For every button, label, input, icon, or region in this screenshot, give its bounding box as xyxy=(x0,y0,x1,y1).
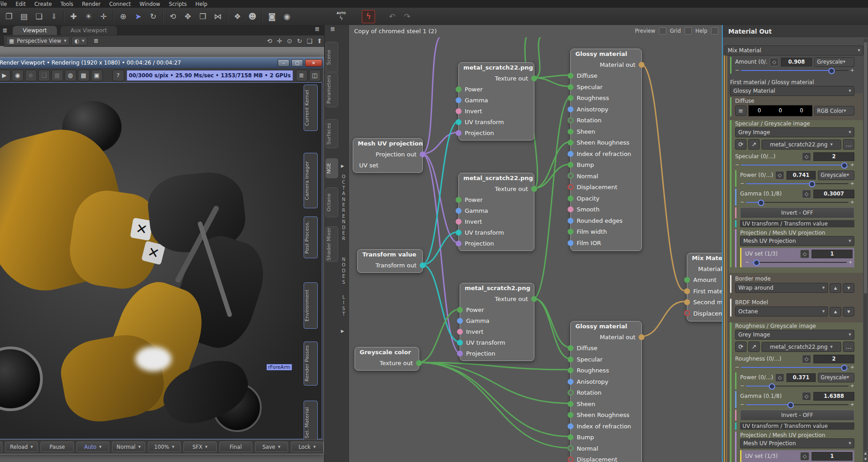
input-port[interactable] xyxy=(456,97,462,103)
subsample-icon[interactable]: ▦ xyxy=(51,70,63,81)
scroll-down-icon[interactable]: ▼ xyxy=(863,457,868,462)
viewport-menu-icon[interactable]: ≣ xyxy=(92,38,100,44)
mix-material-node[interactable]: Mix MaterialMaterial outAmountFirst mate… xyxy=(687,253,723,321)
open-image-icon[interactable]: ↗ xyxy=(748,341,760,352)
100%-button[interactable]: 100%▼ xyxy=(148,442,181,452)
gamma-value[interactable]: 1.6388 xyxy=(813,392,854,401)
output-port[interactable] xyxy=(420,151,426,157)
animate-toggle-icon[interactable]: ◇ xyxy=(800,250,809,258)
input-port[interactable] xyxy=(456,119,462,125)
view-selector[interactable]: ▦ Perspective View ▼ xyxy=(6,36,70,45)
input-port[interactable] xyxy=(568,218,574,224)
input-port[interactable] xyxy=(456,108,462,114)
texture-node-1[interactable]: metal_scratch22.pngTexture outPowerGamma… xyxy=(458,62,534,141)
input-port[interactable] xyxy=(568,357,574,362)
glossy-material-node-1[interactable]: Glossy materialMaterial outDiffuseSpecul… xyxy=(570,49,642,251)
add-camera-icon[interactable]: ✚ xyxy=(67,10,80,23)
node-type-dropdown[interactable]: Mix Material ▼ xyxy=(725,45,863,55)
texture-node-3[interactable]: metal_scratch2.pngTexture outPowerGammaI… xyxy=(460,283,534,361)
input-port[interactable] xyxy=(568,345,574,351)
color-list-icon[interactable]: ≡ xyxy=(735,105,746,116)
layout-menu-icon[interactable]: ≣ xyxy=(1,27,9,34)
normal-button[interactable]: Normal▼ xyxy=(112,442,145,452)
glossy-material-node-2[interactable]: Glossy materialMaterial outDiffuseSpecul… xyxy=(570,321,642,462)
move-tool-icon[interactable]: ✥ xyxy=(182,10,194,23)
region-render-icon[interactable]: ❑ xyxy=(38,70,50,81)
input-port[interactable] xyxy=(568,434,574,440)
minimize-button[interactable]: – xyxy=(278,59,289,67)
animate-toggle-icon[interactable]: ◇ xyxy=(802,392,811,401)
input-port[interactable] xyxy=(456,197,462,203)
specular-value[interactable]: 2 xyxy=(813,152,854,161)
input-port[interactable] xyxy=(568,367,574,373)
diffuse-mode-dropdown[interactable]: RGB Color▼ xyxy=(814,106,854,116)
roll-icon[interactable]: ↻ xyxy=(294,36,305,45)
rotate-tool-icon[interactable]: ⟲ xyxy=(167,10,179,23)
output-port[interactable] xyxy=(416,360,422,366)
node-graph-editor[interactable]: Copy of chromed steel 1 (2) Preview Grid… xyxy=(349,25,723,462)
projection-dropdown[interactable]: Mesh UV Projection▼ xyxy=(740,236,854,246)
bone-tool-icon[interactable]: ⋈ xyxy=(212,10,224,23)
animate-toggle-icon[interactable]: ◇ xyxy=(775,373,784,382)
strip-tab-surfaces[interactable]: Surfaces xyxy=(325,119,338,148)
menu-connect[interactable]: Connect xyxy=(108,0,132,8)
input-port[interactable] xyxy=(568,206,574,212)
tab-aux-viewport[interactable]: Aux Viewport xyxy=(61,26,117,35)
help-checkbox[interactable] xyxy=(711,27,718,35)
output-port[interactable] xyxy=(531,186,537,192)
auto-render-icon[interactable]: AUTOϟ xyxy=(335,10,347,23)
render-settings-icon[interactable]: ◙ xyxy=(266,10,278,23)
render-tab-sel-material[interactable]: Sel. Material xyxy=(304,401,318,445)
reload-button[interactable]: Reload▼ xyxy=(5,442,38,452)
pause-button[interactable]: Pause xyxy=(41,442,73,452)
power-mode-dropdown[interactable]: Greyscale▼ xyxy=(818,171,854,180)
pick-focus-icon[interactable]: ⊕ xyxy=(25,70,37,81)
input-port[interactable] xyxy=(457,340,463,346)
transform-value-node[interactable]: Transform valueTransform out xyxy=(357,249,423,273)
menu-scripts[interactable]: Scripts xyxy=(168,0,188,8)
uv-set-slider[interactable]: − + xyxy=(745,259,853,266)
render-log-icon[interactable]: ≣ xyxy=(296,70,308,81)
undo-icon[interactable]: ↶ xyxy=(386,10,398,23)
grid-overlay-icon[interactable]: ▩ xyxy=(78,70,90,81)
first-material-dropdown[interactable]: Glossy Material▼ xyxy=(730,86,854,96)
animate-toggle-icon[interactable]: ◇ xyxy=(802,355,811,363)
panel-scrollbar[interactable]: ▲ ▼ xyxy=(863,39,868,462)
open-file-icon[interactable]: ❐ xyxy=(3,10,15,23)
power-value[interactable]: 0.371 xyxy=(787,373,816,382)
uv-set-value[interactable]: 1 xyxy=(812,250,853,258)
expand-icon[interactable]: ▶ xyxy=(341,164,344,168)
render-tab-camera-imager[interactable]: Camera Imager xyxy=(304,153,318,208)
input-port[interactable] xyxy=(568,412,574,418)
strip-tab-shader-mixer[interactable]: Shader Mixer xyxy=(325,226,338,262)
shading-selector[interactable]: ◐ ▼ xyxy=(71,36,87,45)
input-port[interactable] xyxy=(457,307,463,313)
scale-tool-icon[interactable]: ❒ xyxy=(197,10,209,23)
lock-button[interactable]: Lock▼ xyxy=(291,442,324,452)
menu-help[interactable]: Help xyxy=(194,0,208,8)
import-icon[interactable]: ⬇ xyxy=(48,10,60,23)
final-button[interactable]: Final xyxy=(219,442,252,452)
auto-button[interactable]: Auto▼ xyxy=(76,442,109,452)
input-port[interactable] xyxy=(568,162,574,168)
specular-type-dropdown[interactable]: Grey Image▼ xyxy=(735,127,854,137)
render-priority-icon[interactable]: ▶ xyxy=(0,70,10,81)
amount-value[interactable]: 0.908 xyxy=(781,58,812,66)
input-port[interactable] xyxy=(568,379,574,385)
input-port[interactable] xyxy=(568,390,574,396)
amount-slider[interactable]: − + xyxy=(735,67,854,74)
input-port[interactable] xyxy=(568,95,574,101)
input-port[interactable] xyxy=(568,73,574,79)
pick-material-icon[interactable]: ◉ xyxy=(12,70,24,81)
menu-window[interactable]: Window xyxy=(139,0,161,8)
animate-toggle-icon[interactable]: ◇ xyxy=(802,190,811,198)
input-port[interactable] xyxy=(456,208,462,214)
input-port[interactable] xyxy=(456,219,462,225)
projection-dropdown[interactable]: Mesh UV Projection▼ xyxy=(740,438,854,448)
close-button[interactable]: ✕ xyxy=(305,59,322,67)
gamma-slider[interactable]: − + xyxy=(740,401,854,408)
output-port[interactable] xyxy=(420,262,426,268)
select-cursor-icon[interactable]: ➤ xyxy=(132,10,144,23)
animate-toggle-icon[interactable]: ◇ xyxy=(775,171,784,180)
specular-slider[interactable]: − + xyxy=(735,161,854,168)
